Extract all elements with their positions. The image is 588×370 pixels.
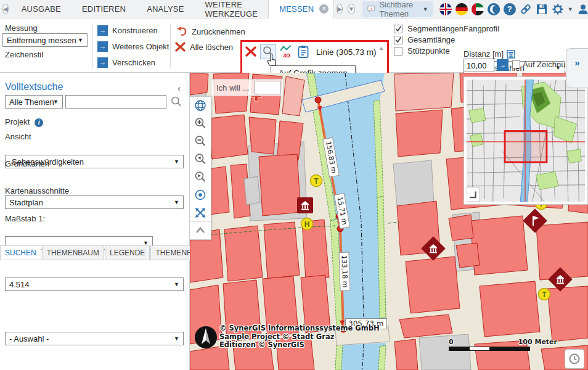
tab-legende[interactable]: LEGENDE <box>105 245 150 260</box>
segment-lengths-checkbox[interactable]: Segmentlängen <box>394 24 463 33</box>
vertices-checkbox[interactable]: Stützpunkte <box>394 46 450 56</box>
tab-scroll-left-icon[interactable]: ◀ <box>2 4 9 14</box>
delete-all-button[interactable]: Alle löschen <box>175 42 233 52</box>
visible-themes-dropdown[interactable]: i Sichtbare Themen ▼ <box>362 1 433 17</box>
measurement-select[interactable]: Entfernung messen ▼ <box>2 33 88 47</box>
profile-3d-icon[interactable]: 3D <box>279 45 294 59</box>
help-icon[interactable]: ? <box>504 3 516 15</box>
construct-button[interactable]: → Konstruieren <box>97 25 158 36</box>
segment-lengths-label: Segmentlängen <box>407 24 463 33</box>
map-viewport[interactable]: T H T T 156,83 m 15,71 m 133,18 m 305,73… <box>190 73 588 370</box>
send-label: Verschicken <box>112 58 155 67</box>
tab-scroll-right-icon[interactable]: ▶ <box>337 4 343 14</box>
zoom-out-button[interactable] <box>190 133 211 150</box>
delete-graphic-icon[interactable] <box>245 46 257 57</box>
tab-analyse[interactable]: ANALYSE <box>136 0 194 18</box>
tab-ausgabe[interactable]: AUSGABE <box>11 0 71 18</box>
style-label: Zeichenstil <box>5 50 43 59</box>
tab-messen[interactable]: MESSEN ✕ <box>268 0 334 18</box>
info-icon[interactable]: i <box>35 118 43 127</box>
total-length-checkbox[interactable]: Gesamtlänge <box>394 35 455 44</box>
chevron-down-icon: ▼ <box>423 6 428 12</box>
overview-extent-rect[interactable] <box>505 131 547 162</box>
expand-toolbar-button[interactable]: » <box>566 48 588 88</box>
segment-length-label: 133,18 m <box>338 252 350 290</box>
fulltext-search-input[interactable] <box>65 95 166 109</box>
pan-expand-button[interactable] <box>190 204 211 221</box>
basemaps-label: Grundkarten <box>5 159 49 168</box>
history-clock-button[interactable] <box>565 349 584 369</box>
map-copyright: © SynerGIS Informationssysteme GmbH Samp… <box>219 324 380 350</box>
gear-caret-icon[interactable]: ▼ <box>568 6 573 12</box>
clock-icon <box>568 353 581 365</box>
search-icon[interactable] <box>170 96 182 108</box>
undo-button[interactable]: Zurücknehmen <box>176 27 245 36</box>
checkbox-unchecked-icon <box>394 47 402 56</box>
language-german-icon[interactable] <box>455 3 468 15</box>
measure-toolbar: Messung Entfernung messen ▼ Zeichenstil … <box>0 18 588 73</box>
language-arabic-icon[interactable] <box>472 3 484 15</box>
undo-arrow-icon <box>176 27 187 36</box>
overview-map[interactable] <box>463 76 588 205</box>
language-english-icon[interactable] <box>439 3 452 15</box>
tram-stop-icon: T <box>311 175 322 187</box>
view-label: Ansicht <box>5 132 31 141</box>
send-button[interactable]: → Verschicken <box>97 57 155 68</box>
collapse-sidebar-icon[interactable]: ‹ <box>178 83 181 93</box>
next-extent-button[interactable] <box>190 168 211 186</box>
selection-select[interactable]: - Auswahl - ▼ <box>5 332 184 345</box>
scale-select[interactable]: 4.514 ▼ <box>5 278 184 291</box>
link-icon[interactable] <box>520 3 532 15</box>
ich-will-search[interactable]: Ich will ... <box>211 79 284 96</box>
tab-list-icon[interactable]: ▼ <box>348 4 355 14</box>
snap-drawing-checkbox[interactable] <box>512 60 520 68</box>
distance-input[interactable] <box>463 59 494 72</box>
close-tab-icon[interactable]: ✕ <box>319 4 329 14</box>
collapse-tools-icon[interactable] <box>190 221 211 239</box>
gear-icon[interactable] <box>552 3 564 15</box>
basemaps-select-value: Stadtplan <box>9 198 43 207</box>
zoom-in-button[interactable] <box>190 115 211 133</box>
tab-weitere-werkzeuge[interactable]: WEITERE WERKZEUGE <box>195 0 269 18</box>
svg-text:H: H <box>304 220 310 229</box>
scale-zero-label: 0 <box>449 338 454 346</box>
top-right-icons: ? ▼ ▼ <box>439 3 588 15</box>
total-length-label: Gesamtlänge <box>407 35 455 44</box>
themes-select[interactable]: Alle Themen ▼ <box>5 95 63 109</box>
tab-themenbaum[interactable]: THEMENBAUM <box>42 245 104 260</box>
checkbox-checked-icon <box>394 25 402 33</box>
copyright-line: Sample Project © Stadt Graz <box>219 333 380 342</box>
red-x-icon <box>175 42 186 52</box>
basemaps-select[interactable]: Stadtplan ▼ <box>5 195 184 209</box>
full-extent-globe-button[interactable] <box>190 97 211 115</box>
scale-bar: 0 100 Meter <box>449 338 557 351</box>
save-icon[interactable] <box>536 3 548 15</box>
another-object-button[interactable]: → Weiteres Objekt <box>97 41 169 52</box>
ich-will-input[interactable] <box>254 81 281 94</box>
user-icon[interactable] <box>577 3 588 15</box>
delete-all-label: Alle löschen <box>190 43 233 52</box>
measure-result-item[interactable]: Linie (305,73 m) <box>316 47 377 57</box>
tab-editieren[interactable]: EDITIEREN <box>71 0 136 18</box>
blue-arrow-icon: → <box>97 25 108 36</box>
checkbox-checked-icon <box>394 36 402 44</box>
scroll-up-icon[interactable]: ▲ <box>378 45 384 51</box>
report-clipboard-icon[interactable] <box>297 45 309 59</box>
previous-extent-button[interactable] <box>190 150 211 168</box>
chevron-down-icon: ▼ <box>53 99 59 105</box>
scale-distance-label: 100 Meter <box>518 338 557 346</box>
north-arrow <box>194 326 218 352</box>
project-label: Projekt <box>5 117 30 126</box>
scale-label: Maßstab 1: <box>5 214 45 223</box>
map-tools-panel <box>190 96 211 240</box>
tab-suchen[interactable]: SUCHEN <box>0 245 41 260</box>
chevron-down-icon: ▼ <box>174 158 179 165</box>
center-map-button[interactable] <box>190 186 211 204</box>
apply-distance-button[interactable]: → <box>497 59 508 71</box>
calculator-icon[interactable] <box>507 50 515 59</box>
snap-profile-label: Fangprofil <box>463 24 499 33</box>
overview-collapse-icon[interactable] <box>467 187 480 202</box>
crescent-icon[interactable] <box>488 3 500 15</box>
vertices-label: Stützpunkte <box>407 46 450 56</box>
blue-arrow-icon: → <box>97 41 108 52</box>
